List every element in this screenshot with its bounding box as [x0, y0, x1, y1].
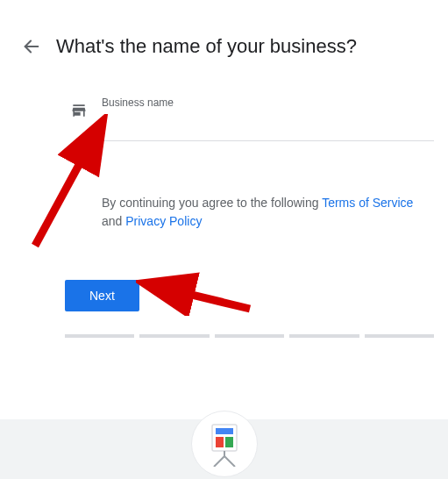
- business-name-input[interactable]: [102, 112, 434, 141]
- progress-step: [65, 334, 134, 338]
- consent-prefix: By continuing you agree to the following: [102, 196, 322, 210]
- business-name-label: Business name: [102, 97, 434, 109]
- back-button[interactable]: [21, 36, 42, 57]
- footer-illustration: [0, 409, 448, 479]
- progress-step: [289, 334, 359, 338]
- progress-step: [365, 334, 434, 338]
- svg-rect-6: [216, 428, 233, 434]
- progress-step: [215, 334, 284, 338]
- svg-rect-8: [225, 437, 233, 447]
- svg-rect-7: [216, 437, 224, 447]
- privacy-link[interactable]: Privacy Policy: [125, 214, 202, 228]
- consent-text: By continuing you agree to the following…: [102, 194, 434, 231]
- easel-icon: [191, 411, 258, 477]
- svg-line-10: [214, 456, 224, 467]
- consent-and: and: [102, 214, 125, 228]
- progress-step: [139, 334, 209, 338]
- progress-indicator: [65, 334, 434, 338]
- svg-line-11: [224, 456, 235, 467]
- next-button[interactable]: Next: [65, 280, 139, 311]
- terms-link[interactable]: Terms of Service: [322, 196, 413, 210]
- storefront-icon: [70, 102, 88, 123]
- page-title: What's the name of your business?: [56, 35, 357, 58]
